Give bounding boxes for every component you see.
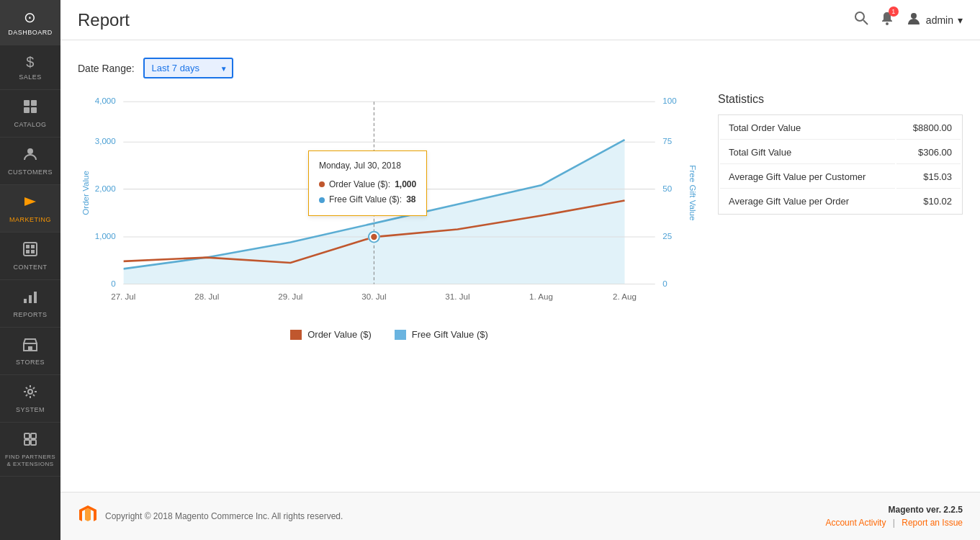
date-range-label: Date Range: <box>78 63 135 74</box>
sidebar-item-system[interactable]: SYSTEM <box>0 375 60 423</box>
sidebar: ⊙ DASHBOARD $ SALES CATALOG CUSTOMERS MA… <box>0 0 60 540</box>
stat-label: Average Gift Value per Customer <box>720 166 895 189</box>
tooltip-gift-label: Free Gift Value ($): <box>329 192 402 208</box>
marketing-icon <box>22 194 38 213</box>
dashboard-icon: ⊙ <box>24 9 37 26</box>
svg-point-23 <box>886 22 889 25</box>
svg-text:50: 50 <box>662 184 672 193</box>
svg-text:27. Jul: 27. Jul <box>111 292 135 301</box>
footer-copyright: Copyright © 2018 Magento Commerce Inc. A… <box>105 511 343 521</box>
order-dot-icon <box>319 181 325 187</box>
svg-marker-5 <box>24 197 36 206</box>
svg-point-21 <box>855 12 864 21</box>
sidebar-item-label: CATALOG <box>14 121 46 128</box>
magento-logo-icon <box>78 504 98 528</box>
svg-line-22 <box>863 20 868 24</box>
table-row: Average Gift Value per Customer $15.03 <box>720 166 961 189</box>
sidebar-item-reports[interactable]: REPORTS <box>0 280 60 328</box>
sidebar-item-partners[interactable]: FIND PARTNERS & EXTENSIONS <box>0 423 60 477</box>
page-title: Report <box>78 10 130 30</box>
date-range-select[interactable]: Last 7 days Last 30 days Last 90 days Cu… <box>143 58 233 78</box>
notification-badge: 1 <box>889 6 899 17</box>
tooltip-gift-row: Free Gift Value ($): 38 <box>319 192 416 208</box>
stat-value: $10.02 <box>896 190 961 212</box>
table-row: Total Order Value $8800.00 <box>720 117 961 140</box>
footer: Copyright © 2018 Magento Commerce Inc. A… <box>60 492 980 540</box>
svg-point-16 <box>28 390 32 394</box>
chart-container: Monday, Jul 30, 2018 Order Value ($): 1,… <box>78 93 701 340</box>
partners-icon <box>22 431 38 451</box>
tooltip-order-label: Order Value ($): <box>329 177 390 193</box>
sidebar-item-content[interactable]: CONTENT <box>0 233 60 280</box>
sidebar-item-label: CUSTOMERS <box>8 168 53 176</box>
topbar-actions: 1 admin ▾ <box>854 10 963 30</box>
svg-rect-6 <box>24 243 37 256</box>
svg-rect-19 <box>24 440 30 445</box>
svg-text:1,000: 1,000 <box>95 231 116 240</box>
svg-rect-12 <box>29 295 32 303</box>
table-row: Average Gift Value per Order $10.02 <box>720 190 961 212</box>
legend-order-label: Order Value ($) <box>307 329 372 340</box>
svg-rect-13 <box>34 292 37 303</box>
svg-rect-9 <box>26 250 30 253</box>
svg-text:28. Jul: 28. Jul <box>194 292 219 301</box>
order-legend-icon <box>290 330 302 340</box>
svg-text:2,000: 2,000 <box>95 184 116 193</box>
stat-label: Average Gift Value per Order <box>720 190 895 212</box>
stores-icon <box>22 336 38 356</box>
legend-gift-label: Free Gift Value ($) <box>412 329 488 340</box>
stat-value: $15.03 <box>896 166 961 189</box>
svg-point-53 <box>370 233 378 241</box>
chart-tooltip: Monday, Jul 30, 2018 Order Value ($): 1,… <box>308 150 427 216</box>
content-area: Date Range: Last 7 days Last 30 days Las… <box>60 40 980 492</box>
catalog-icon <box>22 99 38 118</box>
svg-text:0: 0 <box>111 279 115 288</box>
reports-icon <box>22 289 38 308</box>
stat-value: $306.00 <box>896 141 961 164</box>
statistics-title: Statistics <box>718 93 963 106</box>
sidebar-item-stores[interactable]: STORES <box>0 328 60 375</box>
magento-brand: Magento <box>889 505 924 515</box>
sidebar-item-marketing[interactable]: MARKETING <box>0 185 60 233</box>
tooltip-order-value: 1,000 <box>395 177 416 193</box>
svg-text:1. Aug: 1. Aug <box>529 292 553 301</box>
admin-menu[interactable]: admin ▾ <box>906 10 963 30</box>
svg-text:3,000: 3,000 <box>95 136 116 145</box>
svg-rect-18 <box>31 433 36 438</box>
notifications-icon[interactable]: 1 <box>880 11 894 29</box>
stat-label: Total Gift Value <box>720 141 895 164</box>
svg-rect-7 <box>26 245 30 248</box>
svg-rect-15 <box>28 346 32 351</box>
svg-text:31. Jul: 31. Jul <box>445 292 469 301</box>
svg-point-24 <box>911 13 917 19</box>
sidebar-item-catalog[interactable]: CATALOG <box>0 90 60 138</box>
sidebar-item-customers[interactable]: CUSTOMERS <box>0 138 60 185</box>
sidebar-item-label: FIND PARTNERS & EXTENSIONS <box>3 454 58 467</box>
account-activity-link[interactable]: Account Activity <box>825 518 886 528</box>
svg-rect-3 <box>31 107 37 113</box>
search-icon[interactable] <box>854 11 868 29</box>
sidebar-item-label: MARKETING <box>9 216 51 223</box>
svg-text:4,000: 4,000 <box>95 96 116 105</box>
legend-gift: Free Gift Value ($) <box>395 329 488 340</box>
svg-text:100: 100 <box>662 96 676 105</box>
sidebar-item-label: CONTENT <box>14 264 48 271</box>
sidebar-item-dashboard[interactable]: ⊙ DASHBOARD <box>0 0 60 45</box>
stat-label: Total Order Value <box>720 117 895 140</box>
footer-left: Copyright © 2018 Magento Commerce Inc. A… <box>78 504 343 528</box>
sales-icon: $ <box>26 54 35 71</box>
svg-rect-20 <box>31 440 36 445</box>
date-range-select-wrapper: Last 7 days Last 30 days Last 90 days Cu… <box>143 58 233 78</box>
sidebar-item-label: DASHBOARD <box>8 29 53 36</box>
sidebar-item-sales[interactable]: $ SALES <box>0 45 60 90</box>
report-issue-link[interactable]: Report an Issue <box>902 518 963 528</box>
footer-right: Magento ver. 2.2.5 Account Activity | Re… <box>825 505 963 528</box>
svg-rect-1 <box>31 100 37 106</box>
date-range-row: Date Range: Last 7 days Last 30 days Las… <box>78 58 963 78</box>
svg-rect-0 <box>24 100 30 106</box>
content-icon <box>22 241 38 261</box>
svg-rect-17 <box>24 433 30 438</box>
svg-text:29. Jul: 29. Jul <box>278 292 302 301</box>
legend-order: Order Value ($) <box>290 329 372 340</box>
svg-rect-10 <box>31 250 35 253</box>
